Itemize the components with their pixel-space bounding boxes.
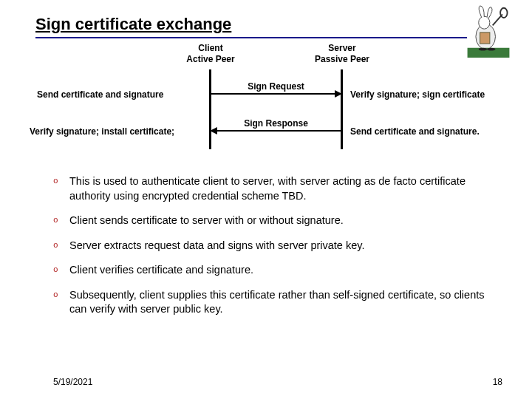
sign-request-label: Sign Request <box>211 81 341 92</box>
server-peer-label: Server Passive Peer <box>301 43 383 65</box>
note-client-verify: Verify signature; install certificate; <box>30 126 174 137</box>
footer-page-number: 18 <box>493 377 502 387</box>
sign-request-arrow <box>211 93 341 95</box>
bullet-list: This is used to authenticate client to s… <box>53 174 492 327</box>
sequence-diagram: Client Active Peer Server Passive Peer S… <box>30 43 502 161</box>
sign-response-label: Sign Response <box>211 118 341 129</box>
note-server-verify: Verify signature; sign certificate <box>350 89 485 100</box>
list-item: This is used to authenticate client to s… <box>53 174 492 203</box>
svg-rect-3 <box>480 33 490 44</box>
list-item: Server extracts request data and signs w… <box>53 239 492 253</box>
list-item: Client verifies certificate and signatur… <box>53 263 492 278</box>
sign-response-arrow <box>211 130 341 132</box>
server-lifeline <box>341 69 343 149</box>
footer-date: 5/19/2021 <box>53 377 92 387</box>
note-server-send: Send certificate and signature. <box>350 126 480 137</box>
list-item: Client sends certificate to server with … <box>53 214 492 228</box>
page-title: Sign certificate exchange <box>35 15 497 37</box>
list-item: Subsequently, client supplies this certi… <box>53 288 492 317</box>
client-peer-label: Client Active Peer <box>170 43 251 65</box>
note-client-send: Send certificate and signature <box>37 89 163 100</box>
